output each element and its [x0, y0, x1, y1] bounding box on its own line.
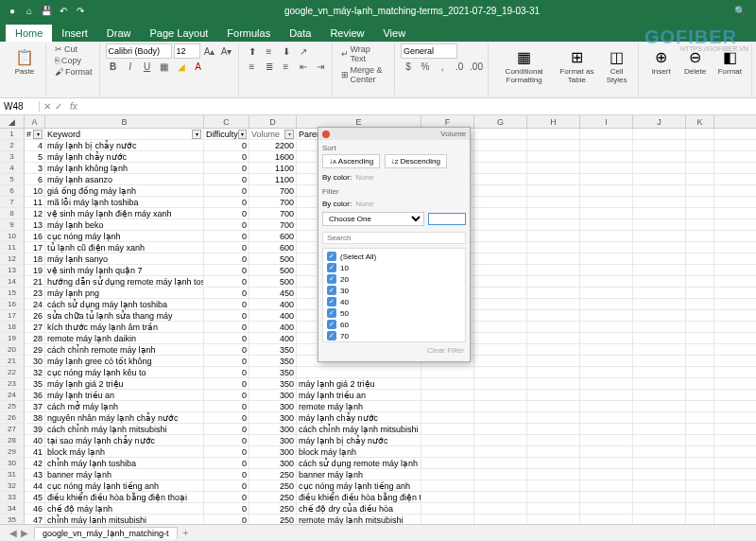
cell[interactable] — [633, 401, 686, 411]
cell[interactable] — [633, 151, 686, 162]
cell[interactable] — [474, 322, 527, 332]
cell[interactable] — [580, 344, 633, 355]
cell[interactable]: 5 — [25, 151, 45, 162]
search-icon[interactable]: 🔍 — [733, 4, 747, 17]
header-difficulty[interactable]: Difficulty▾ — [204, 129, 249, 139]
cell[interactable] — [474, 390, 527, 400]
cell[interactable] — [580, 276, 633, 287]
cell[interactable]: cục nóng máy lạnh tiếng anh — [297, 480, 421, 491]
row-header[interactable]: 25 — [0, 401, 25, 411]
row-header[interactable]: 22 — [0, 367, 25, 377]
cell[interactable]: 16 — [25, 231, 45, 241]
cell[interactable]: 0 — [204, 174, 249, 184]
cell[interactable] — [474, 503, 527, 514]
cell[interactable] — [580, 322, 633, 332]
cell[interactable]: 17 — [25, 242, 45, 253]
cell[interactable]: 11 — [25, 197, 45, 207]
cell[interactable] — [527, 174, 580, 184]
cell[interactable]: 500 — [249, 276, 297, 287]
cell[interactable] — [580, 469, 633, 480]
cell[interactable] — [633, 288, 686, 298]
row-header[interactable]: 19 — [0, 333, 25, 343]
cell[interactable]: máy lạnh không lạnh — [45, 163, 204, 173]
cell[interactable] — [474, 412, 527, 423]
cell[interactable] — [686, 367, 714, 377]
cell[interactable] — [686, 492, 714, 502]
cell[interactable] — [421, 446, 474, 457]
cell[interactable]: 0 — [204, 401, 249, 411]
col-header[interactable]: I — [580, 115, 633, 128]
cell[interactable]: 38 — [25, 412, 45, 423]
cell[interactable] — [633, 480, 686, 491]
cell[interactable] — [633, 185, 686, 196]
cell[interactable] — [527, 151, 580, 162]
tab-home[interactable]: Home — [6, 25, 52, 42]
cell[interactable]: 0 — [204, 503, 249, 514]
cell[interactable]: mã lỗi máy lạnh toshiba — [45, 197, 204, 207]
cell[interactable] — [686, 424, 714, 434]
cell[interactable]: 1600 — [249, 151, 297, 162]
cell[interactable] — [580, 242, 633, 253]
cell[interactable]: cách chỉnh máy lạnh mitsubishi — [45, 424, 204, 434]
cell[interactable] — [686, 469, 714, 480]
cell[interactable] — [580, 310, 633, 321]
cell[interactable] — [580, 480, 633, 491]
checkbox-icon[interactable]: ✓ — [327, 252, 336, 261]
cell[interactable] — [474, 242, 527, 253]
cell[interactable] — [686, 322, 714, 332]
cell[interactable] — [633, 276, 686, 287]
cell[interactable]: 18 — [25, 253, 45, 264]
cell[interactable] — [686, 378, 714, 389]
row-header[interactable]: 7 — [0, 197, 25, 207]
cell[interactable] — [580, 185, 633, 196]
cell[interactable] — [474, 469, 527, 480]
orientation-icon[interactable]: ↗ — [296, 44, 311, 59]
cell[interactable] — [421, 378, 474, 389]
row-header[interactable]: 2 — [0, 140, 25, 150]
cell[interactable]: 0 — [204, 446, 249, 457]
cell[interactable] — [686, 265, 714, 275]
cell[interactable]: 350 — [249, 344, 297, 355]
row-header[interactable]: 4 — [0, 163, 25, 173]
cell[interactable] — [527, 208, 580, 218]
cell[interactable] — [686, 219, 714, 230]
undo-icon[interactable]: ↶ — [57, 4, 70, 17]
cell[interactable] — [527, 503, 580, 514]
cell[interactable]: 0 — [204, 151, 249, 162]
cell[interactable] — [633, 492, 686, 502]
insert-cells-button[interactable]: ⊕ Insert — [644, 44, 679, 96]
cell[interactable]: máy lạnh chảy nước — [297, 412, 421, 423]
cell[interactable] — [686, 197, 714, 207]
cell[interactable] — [580, 503, 633, 514]
cell[interactable]: 19 — [25, 265, 45, 275]
cell[interactable] — [474, 151, 527, 162]
cell[interactable]: 0 — [204, 515, 249, 524]
cell[interactable]: 0 — [204, 344, 249, 355]
cell[interactable] — [633, 424, 686, 434]
cell[interactable]: 1100 — [249, 163, 297, 173]
cell[interactable] — [421, 458, 474, 468]
cell[interactable] — [580, 299, 633, 309]
align-center-icon[interactable]: ≣ — [262, 59, 277, 74]
cell[interactable] — [633, 208, 686, 218]
cell[interactable] — [474, 344, 527, 355]
cell[interactable] — [421, 367, 474, 377]
cell[interactable] — [686, 310, 714, 321]
cell[interactable] — [474, 265, 527, 275]
cell[interactable]: 350 — [249, 378, 297, 389]
merge-center-button[interactable]: ⊞ Merge & Center — [338, 64, 391, 85]
cell[interactable] — [527, 310, 580, 321]
cell[interactable] — [580, 424, 633, 434]
row-header[interactable]: 10 — [0, 231, 25, 241]
cell[interactable]: 700 — [249, 197, 297, 207]
filter-arrow-icon[interactable]: ▾ — [192, 130, 201, 139]
cell[interactable]: block máy lạnh — [297, 446, 421, 457]
cell[interactable]: chế độ máy lạnh — [45, 503, 204, 514]
cell[interactable] — [580, 140, 633, 150]
cell[interactable]: 45 — [25, 492, 45, 502]
cell[interactable]: 300 — [249, 401, 297, 411]
cell-styles-button[interactable]: ◫ Cell Styles — [600, 44, 634, 96]
cell[interactable] — [633, 446, 686, 457]
cell[interactable] — [474, 253, 527, 264]
checkbox-icon[interactable]: ✓ — [327, 320, 336, 329]
